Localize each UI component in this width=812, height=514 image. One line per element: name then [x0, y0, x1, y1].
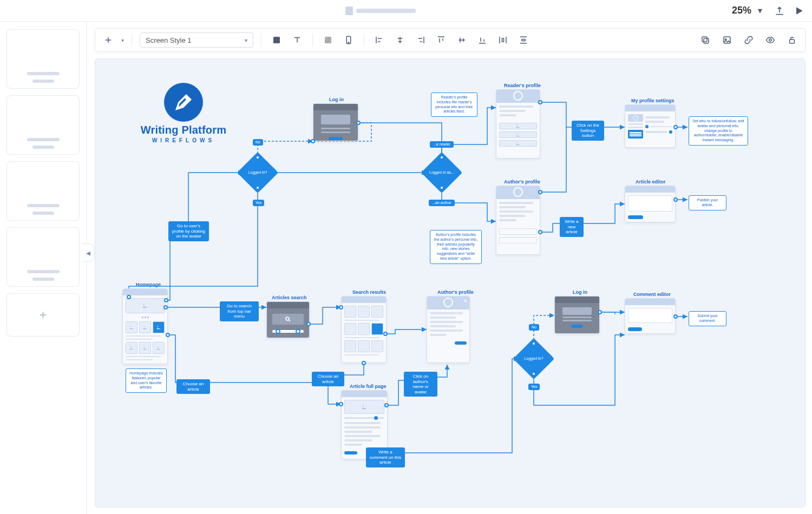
branch-no: No [253, 139, 263, 146]
branch-no: No [529, 324, 539, 331]
duplicate-button[interactable] [698, 32, 713, 48]
screen-article-editor[interactable] [625, 186, 676, 222]
svg-rect-6 [702, 37, 707, 42]
screen-readers-profile[interactable] [496, 89, 540, 159]
svg-point-21 [158, 347, 159, 348]
screen-label: Author's profile [437, 289, 474, 295]
share-icon[interactable] [774, 5, 785, 16]
style-select[interactable]: Screen Style 1 ▾ [140, 32, 253, 48]
chevron-down-icon[interactable]: ▾ [121, 37, 124, 43]
svg-point-19 [130, 347, 132, 348]
align-left-button[interactable] [372, 32, 387, 48]
main-toolbar: ▾ Screen Style 1 ▾ [95, 28, 806, 52]
screen-homepage[interactable] [122, 288, 168, 364]
screen-authors-profile2[interactable]: ⚙ [427, 296, 470, 363]
screen-comment-editor[interactable] [625, 298, 676, 334]
chevron-down-icon: ▾ [245, 37, 247, 43]
page-thumb-1[interactable] [6, 29, 80, 89]
distribute-h-button[interactable] [495, 32, 510, 48]
svg-rect-8 [724, 37, 730, 43]
decision-label: Logged in as... [427, 170, 456, 175]
page-thumb-3[interactable] [6, 161, 80, 221]
action-goto-search[interactable]: Go to search from top bar menu [220, 301, 259, 321]
align-right-button[interactable] [413, 32, 428, 48]
screen-label: Reader's profile [504, 83, 541, 88]
preview-button[interactable] [763, 32, 778, 48]
align-bottom-button[interactable] [475, 32, 490, 48]
align-center-h-button[interactable] [392, 32, 408, 48]
svg-point-20 [144, 347, 145, 348]
tip-submit-comment: Submit your comment. [689, 311, 726, 326]
app-titlebar: 25% ▾ [0, 0, 812, 22]
action-goto-profile[interactable]: Go to user's profile by clicking on the … [168, 221, 209, 241]
text-tool-button[interactable] [290, 32, 305, 48]
logo-title: Writing Platform [127, 124, 240, 136]
svg-point-12 [517, 125, 518, 126]
document-title[interactable] [345, 6, 416, 15]
page-thumb-4[interactable] [6, 227, 80, 287]
collapse-panel-button[interactable]: ◂ [82, 243, 94, 262]
tip-homepage: Homepage includes featured, popular and … [126, 368, 167, 393]
lock-button[interactable] [784, 32, 800, 48]
page-thumb-2[interactable] [6, 95, 80, 155]
pages-panel: + ◂ [0, 22, 87, 514]
distribute-v-button[interactable] [516, 32, 531, 48]
screen-label: Homepage [136, 282, 161, 287]
decision-label: Logged in? [243, 170, 272, 175]
zoom-level: 25% [732, 5, 751, 16]
align-top-button[interactable] [434, 32, 449, 48]
screen-label: Author's profile [504, 179, 540, 184]
add-element-button[interactable] [101, 32, 116, 48]
tip-publish: Publish your article. [689, 195, 726, 210]
tip-profile-settings: Set who to follow/unfollow, edit avatar … [689, 116, 748, 146]
screen-profile-settings[interactable] [625, 104, 676, 148]
project-logo: Writing Platform WIREFLOWS [127, 83, 240, 143]
device-preview-button[interactable] [341, 32, 356, 48]
screen-label: Comment editor [633, 292, 671, 297]
action-choose-article2[interactable]: Choose an article [312, 372, 344, 386]
canvas[interactable]: Writing Platform WIREFLOWS Log in Logged… [95, 58, 806, 508]
play-icon[interactable] [794, 5, 804, 16]
component-color-button[interactable] [269, 32, 284, 48]
svg-point-10 [769, 39, 772, 42]
action-settings[interactable]: Click on the Settings button [572, 121, 604, 141]
screen-label: Log in [329, 97, 344, 102]
zoom-control[interactable]: 25% ▾ [732, 5, 765, 16]
branch-author: ...an author [429, 200, 455, 206]
document-name-placeholder [356, 9, 416, 13]
screen-label: Log in [573, 289, 587, 295]
svg-rect-1 [325, 37, 331, 43]
svg-rect-0 [273, 37, 280, 43]
svg-point-5 [348, 42, 349, 43]
svg-rect-7 [704, 38, 709, 43]
chevron-down-icon: ▾ [755, 5, 765, 16]
link-button[interactable] [741, 32, 756, 48]
svg-point-18 [158, 326, 159, 327]
align-center-v-button[interactable] [454, 32, 469, 48]
action-write-article[interactable]: Write a new article [560, 217, 584, 237]
screen-label: Article editor [636, 179, 666, 184]
svg-point-23 [363, 405, 364, 406]
tip-author-profile: Author's profile includes the author's p… [430, 230, 482, 264]
screen-search-results[interactable] [341, 296, 387, 363]
screen-login-top[interactable] [313, 103, 358, 141]
document-icon [345, 6, 353, 15]
action-choose-article1[interactable]: Choose an article [176, 379, 210, 394]
image-button[interactable] [719, 32, 735, 48]
svg-point-13 [517, 134, 518, 135]
logo-subtitle: WIREFLOWS [127, 137, 240, 143]
add-page-button[interactable]: + [6, 293, 80, 337]
decision-label: Logged in? [519, 357, 548, 361]
svg-point-17 [144, 326, 145, 327]
action-write-comment[interactable]: Write a comment on this article [366, 447, 405, 467]
screen-authors-profile[interactable] [496, 186, 540, 255]
pattern-fill-button[interactable] [320, 32, 336, 48]
svg-point-15 [143, 304, 145, 305]
screen-articles-search[interactable] [266, 301, 310, 338]
screen-login-bottom[interactable] [554, 296, 600, 334]
screen-label: Search results [352, 289, 386, 295]
branch-reader: ...a reader [430, 141, 454, 148]
action-click-author[interactable]: Click on author's name or avatar [404, 372, 437, 397]
svg-rect-11 [790, 39, 795, 43]
screen-label: My profile settings [631, 98, 675, 103]
